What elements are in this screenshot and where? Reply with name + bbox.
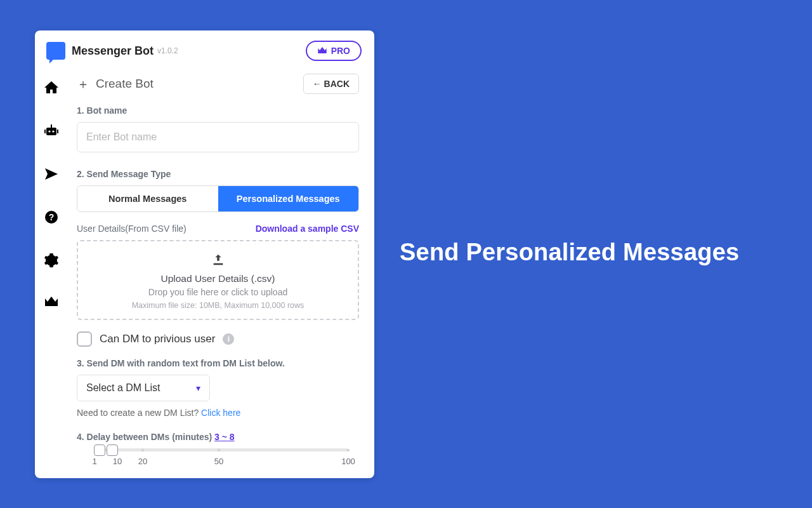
dm-list-selected: Select a DM List — [86, 382, 160, 394]
tab-normal-messages[interactable]: Normal Messages — [77, 186, 218, 211]
delay-slider[interactable]: 1 10 20 50 100 — [95, 448, 348, 467]
page-title: ＋ Create Bot — [77, 76, 154, 93]
robot-icon — [44, 123, 59, 138]
svg-rect-1 — [51, 124, 52, 128]
help-icon: ? — [44, 210, 59, 225]
dm-list-select[interactable]: Select a DM List ▾ — [77, 375, 210, 401]
download-sample-link[interactable]: Download a sample CSV — [256, 224, 359, 234]
need-dm-list-text: Need to create a new DM List? — [77, 408, 201, 418]
pro-button[interactable]: PRO — [306, 41, 362, 61]
dm-previous-label: Can DM to privious user — [100, 333, 215, 345]
app-header: Messenger Bot v1.0.2 PRO — [35, 30, 374, 67]
tick-50: 50 — [214, 457, 223, 466]
svg-rect-5 — [57, 130, 58, 133]
upload-icon — [211, 253, 225, 267]
svg-point-2 — [48, 130, 50, 132]
nav-settings[interactable] — [44, 253, 59, 268]
form-content: ＋ Create Bot ← BACK 1. Bot name 2. Send … — [68, 67, 374, 478]
sidebar: ? — [35, 67, 68, 478]
nav-help[interactable]: ? — [44, 210, 59, 225]
slider-thumb-min[interactable] — [94, 444, 105, 456]
create-dm-list-link[interactable]: Click here — [201, 408, 240, 418]
svg-rect-8 — [213, 264, 223, 265]
app-panel: Messenger Bot v1.0.2 PRO ? — [35, 30, 374, 478]
delay-label-text: 4. Delay between DMs (minutes) — [77, 432, 214, 442]
back-label: BACK — [324, 79, 350, 89]
crown-icon — [44, 296, 59, 309]
back-button[interactable]: ← BACK — [303, 74, 359, 94]
msg-type-segment: Normal Messages Personalized Messages — [77, 185, 359, 212]
tick-20: 20 — [138, 457, 147, 466]
slider-thumb-max[interactable] — [107, 444, 118, 456]
svg-point-3 — [52, 130, 54, 132]
arrow-left-icon: ← — [313, 79, 324, 89]
svg-rect-0 — [46, 128, 56, 135]
gear-icon — [44, 253, 59, 268]
nav-send[interactable] — [44, 166, 59, 182]
user-details-label: User Details(From CSV file) — [77, 224, 187, 234]
need-dm-list-row: Need to create a new DM List? Click here — [77, 408, 359, 418]
bot-name-input[interactable] — [77, 122, 359, 152]
dm-list-label: 3. Send DM with random text from DM List… — [77, 358, 359, 368]
csv-dropzone[interactable]: Upload User Details (.csv) Drop you file… — [77, 240, 359, 320]
bot-name-label: 1. Bot name — [77, 105, 359, 116]
dropzone-subtitle: Drop you file here or click to upload — [84, 287, 351, 297]
dropzone-note: Maximum file size: 10MB, Maximum 10,000 … — [84, 301, 351, 310]
msg-type-label: 2. Send Message Type — [77, 169, 359, 179]
chevron-down-icon: ▾ — [196, 383, 200, 393]
svg-rect-4 — [44, 130, 46, 133]
plus-icon: ＋ — [77, 76, 89, 93]
nav-bot[interactable] — [44, 123, 59, 138]
info-icon[interactable]: i — [223, 333, 234, 345]
tab-personalized-messages[interactable]: Personalized Messages — [218, 186, 359, 211]
nav-home[interactable] — [44, 80, 59, 95]
tick-10: 10 — [113, 457, 122, 466]
app-title: Messenger Bot — [72, 44, 154, 58]
delay-label: 4. Delay between DMs (minutes) 3 ~ 8 — [77, 432, 359, 442]
svg-text:?: ? — [49, 212, 55, 222]
crown-icon — [317, 46, 327, 55]
dm-previous-checkbox[interactable] — [77, 331, 92, 347]
app-version: v1.0.2 — [157, 46, 178, 55]
pro-label: PRO — [331, 46, 350, 56]
tick-1: 1 — [92, 457, 96, 466]
paper-plane-icon — [44, 166, 59, 182]
slider-ticks: 1 10 20 50 100 — [95, 457, 348, 467]
hero-title: Send Personalized Messages — [400, 239, 739, 266]
home-icon — [44, 80, 59, 95]
create-bot-label: Create Bot — [96, 77, 154, 91]
tick-100: 100 — [341, 457, 355, 466]
nav-pro[interactable] — [44, 296, 59, 311]
delay-value[interactable]: 3 ~ 8 — [214, 432, 235, 442]
chat-logo-icon — [46, 42, 65, 60]
dropzone-title: Upload User Details (.csv) — [84, 273, 351, 284]
